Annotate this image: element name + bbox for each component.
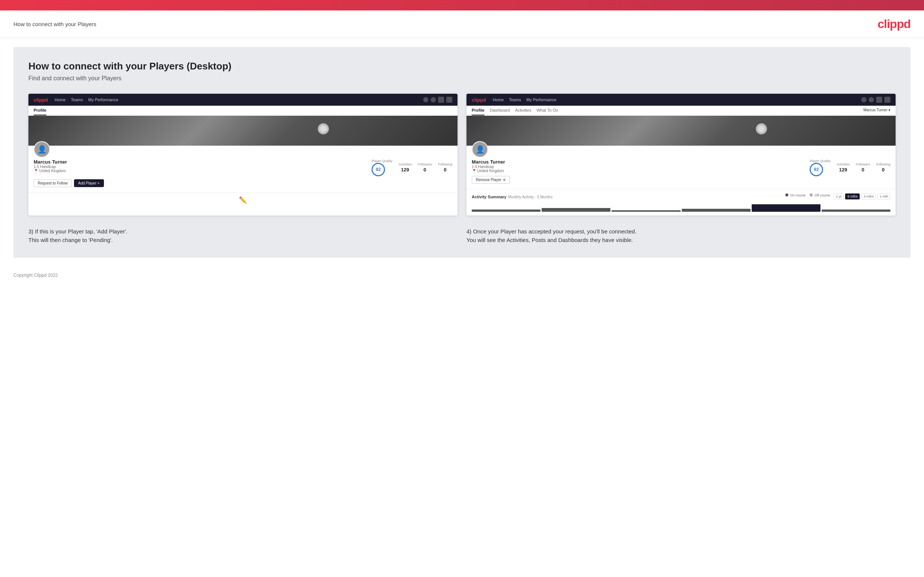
avatar-icon-1: 👤	[37, 145, 47, 154]
player-stats-1: Player Quality 92 Activities 129 Followe…	[372, 159, 452, 176]
app-logo-1: clippd	[34, 97, 48, 103]
settings-icon-2	[876, 97, 882, 103]
description-step4: 4) Once your Player has accepted your re…	[467, 227, 896, 244]
following-value-2: 0	[882, 167, 884, 172]
activity-title: Activity Summary	[472, 195, 506, 199]
player-info-1: Marcus Turner 1-5 Handicap 📍 United King…	[34, 159, 452, 176]
activity-bars	[472, 203, 890, 212]
legend-oncourse: On course	[785, 193, 806, 197]
top-bar	[0, 0, 924, 10]
followers-value-2: 0	[862, 167, 864, 172]
scroll-indicator-1: ✏️	[28, 192, 457, 207]
quality-stat-2: Player Quality 92	[809, 159, 830, 176]
header-title: How to connect with your Players	[13, 21, 97, 27]
oncourse-label: On course	[790, 193, 806, 197]
clippd-logo: clippd	[878, 17, 911, 31]
tab-profile-1[interactable]: Profile	[34, 106, 46, 115]
followers-label-2: Followers	[856, 163, 870, 166]
user-icon-1	[431, 97, 436, 102]
player-location-1: 📍 United Kingdom	[34, 169, 364, 173]
nav-icons-2	[861, 97, 890, 103]
nav-link-teams-2: Teams	[509, 97, 521, 102]
player-stats-2: Player Quality 92 Activities 129 Followe…	[809, 159, 890, 176]
following-stat-1: Following 0	[438, 163, 452, 173]
main-content: How to connect with your Players (Deskto…	[13, 47, 911, 258]
player-dropdown[interactable]: Marcus Turner ▾	[863, 106, 890, 115]
app-tab-bar-1: Profile	[28, 106, 457, 116]
location-text-1: United Kingdom	[39, 169, 66, 173]
add-player-button[interactable]: Add Player +	[74, 179, 104, 187]
activities-stat-2: Activities 129	[837, 163, 850, 173]
bar-2	[542, 208, 611, 212]
activities-label-1: Activities	[399, 163, 412, 166]
step3-text: 3) If this is your Player tap, 'Add Play…	[28, 227, 457, 244]
activity-controls: On course Off course 1 yr 6 mths 3 mths	[785, 193, 890, 200]
tab-activities-2[interactable]: Activities	[515, 106, 531, 115]
filter-1yr[interactable]: 1 yr	[834, 193, 844, 200]
followers-stat-1: Followers 0	[418, 163, 432, 173]
offcourse-dot	[809, 193, 813, 197]
quality-circle-1: 92	[372, 163, 385, 176]
following-label-1: Following	[438, 163, 452, 166]
location-text-2: United Kingdom	[477, 169, 504, 173]
app-nav-2: clippd Home Teams My Performance	[467, 94, 896, 106]
nav-link-performance-2: My Performance	[526, 97, 557, 102]
offcourse-label: Off course	[814, 193, 830, 197]
filter-3mths[interactable]: 3 mths	[861, 193, 876, 200]
following-value-1: 0	[444, 167, 446, 172]
bar-1	[472, 210, 541, 212]
app-tab-bar-2: Profile Dashboard Activities What To On …	[467, 106, 896, 116]
settings-icon-1	[438, 97, 444, 103]
screenshots-row: clippd Home Teams My Performance Profile	[28, 94, 896, 216]
avatar-2: 👤	[472, 141, 488, 158]
app-nav-links-1: Home Teams My Performance	[55, 97, 417, 102]
oncourse-dot	[785, 193, 788, 197]
banner-circle-1	[318, 123, 329, 134]
avatar-icon-2: 👤	[475, 145, 485, 154]
activities-label-2: Activities	[837, 163, 850, 166]
activity-title-group: Activity Summary Monthly Activity - 6 Mo…	[472, 193, 552, 200]
player-info-2: Marcus Turner 1-5 Handicap 📍 United King…	[472, 159, 890, 184]
header: How to connect with your Players clippd	[0, 10, 924, 38]
location-pin-icon-2: 📍	[472, 169, 476, 173]
activities-value-1: 129	[401, 167, 409, 172]
activities-stat-1: Activities 129	[399, 163, 412, 173]
filter-1mth[interactable]: 1 mth	[877, 193, 890, 200]
activity-subtitle: Monthly Activity - 6 Months	[508, 195, 552, 199]
activities-value-2: 129	[839, 167, 847, 172]
app-logo-2: clippd	[472, 97, 486, 103]
activity-header: Activity Summary Monthly Activity - 6 Mo…	[472, 193, 890, 200]
banner-bg-1	[28, 116, 457, 146]
tab-dashboard-2[interactable]: Dashboard	[489, 106, 510, 115]
activity-filters: 1 yr 6 mths 3 mths 1 mth	[834, 193, 890, 200]
main-subtitle: Find and connect with your Players	[28, 75, 896, 82]
app-banner-1	[28, 116, 457, 146]
filter-6mths[interactable]: 6 mths	[845, 193, 860, 200]
quality-label-2: Player Quality	[809, 159, 830, 163]
player-handicap-1: 1-5 Handicap	[34, 165, 364, 169]
tab-whattoon-2[interactable]: What To On	[536, 106, 558, 115]
copyright: Copyright Clippd 2022	[13, 272, 58, 278]
scroll-icon-1: ✏️	[239, 196, 247, 204]
nav-link-home-1: Home	[55, 97, 65, 102]
app-banner-2	[467, 116, 896, 146]
step4-text: 4) Once your Player has accepted your re…	[467, 227, 896, 244]
search-icon-2	[861, 97, 866, 102]
profile-icon-1	[446, 97, 452, 103]
screenshot-2: clippd Home Teams My Performance Profile	[467, 94, 896, 216]
description-step3: 3) If this is your Player tap, 'Add Play…	[28, 227, 457, 244]
player-details-2: Marcus Turner 1-5 Handicap 📍 United King…	[472, 159, 802, 184]
followers-value-1: 0	[423, 167, 426, 172]
player-details-1: Marcus Turner 1-5 Handicap 📍 United King…	[34, 159, 364, 173]
tab-profile-2[interactable]: Profile	[472, 106, 485, 115]
remove-player-button[interactable]: Remove Player ✕	[472, 176, 510, 184]
user-icon-2	[869, 97, 874, 102]
request-follow-button[interactable]: Request to Follow	[34, 179, 72, 187]
following-stat-2: Following 0	[876, 163, 890, 173]
banner-bg-2	[467, 116, 896, 146]
player-name-2: Marcus Turner	[472, 159, 802, 165]
remove-player-label: Remove Player	[476, 178, 501, 182]
bar-4	[682, 209, 751, 212]
search-icon-1	[423, 97, 428, 102]
footer: Copyright Clippd 2022	[0, 267, 924, 284]
